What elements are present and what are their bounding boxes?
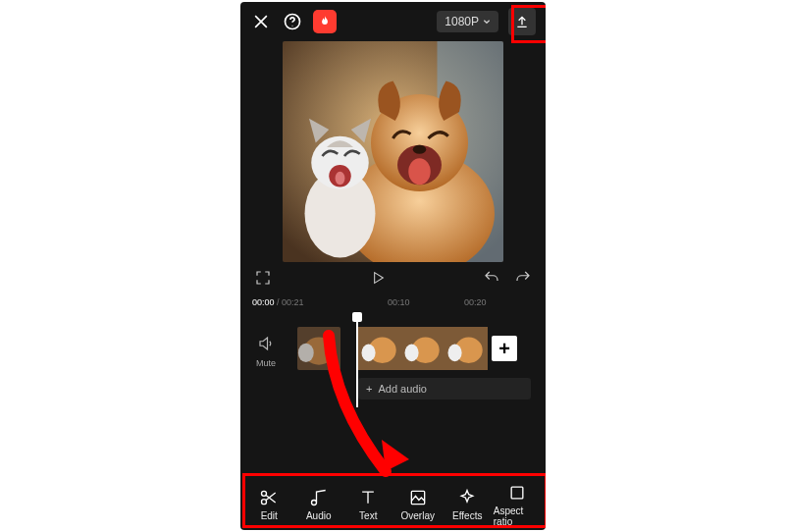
tool-aspect-ratio[interactable]: Aspect ratio (494, 483, 541, 527)
text-icon (358, 488, 378, 507)
svg-point-12 (336, 172, 345, 186)
undo-icon (483, 269, 500, 287)
fullscreen-button[interactable] (254, 269, 272, 291)
tool-label: Edit (261, 510, 278, 521)
svg-point-25 (262, 491, 267, 496)
tool-label: Aspect ratio (494, 505, 541, 527)
add-audio-button[interactable]: + Add audio (358, 378, 531, 399)
svg-rect-28 (511, 487, 523, 499)
svg-point-8 (413, 145, 427, 154)
pro-flame-icon[interactable] (313, 10, 337, 33)
tool-text[interactable]: Text (344, 488, 392, 521)
svg-point-21 (405, 345, 419, 362)
undo-button[interactable] (483, 269, 500, 291)
play-button[interactable] (370, 270, 386, 290)
tool-edit[interactable]: Edit (245, 488, 292, 521)
time-ruler[interactable]: 00:00 / 00:21 00:10 00:20 (240, 297, 546, 313)
tool-label: Effects (452, 510, 482, 521)
upload-icon (514, 14, 530, 29)
ruler-mark: 00:10 (388, 297, 410, 307)
current-time: 00:00 (252, 297, 275, 307)
total-time: / 00:21 (277, 297, 304, 307)
clip-frame (445, 327, 488, 370)
svg-point-26 (262, 500, 267, 505)
resolution-label: 1080P (445, 15, 479, 28)
video-editor-app: 1080P (240, 2, 546, 530)
help-icon[interactable] (282, 11, 303, 32)
svg-point-24 (448, 345, 462, 362)
redo-icon (514, 269, 532, 287)
clip-frame (358, 327, 401, 370)
svg-point-1 (292, 26, 293, 27)
svg-point-18 (362, 345, 376, 362)
tool-effects[interactable]: Effects (444, 488, 491, 521)
mute-label: Mute (246, 358, 286, 368)
resolution-dropdown[interactable]: 1080P (437, 11, 498, 32)
clip-frame (401, 327, 445, 370)
preview-area (240, 41, 546, 262)
preview-thumbnail (283, 41, 503, 262)
tool-label: Overlay (401, 510, 435, 521)
music-note-icon (309, 488, 329, 507)
speaker-icon (257, 335, 275, 352)
ruler-mark: 00:20 (464, 297, 487, 307)
playback-controls (240, 262, 546, 297)
add-clip-button[interactable]: + (492, 336, 517, 361)
tool-label: Audio (306, 510, 332, 521)
scissors-icon (259, 488, 279, 507)
mute-toggle[interactable]: Mute (246, 335, 286, 368)
play-icon (370, 270, 386, 286)
redo-button[interactable] (514, 269, 532, 291)
svg-point-15 (298, 344, 314, 362)
svg-point-7 (408, 158, 431, 185)
add-audio-label: Add audio (378, 383, 427, 395)
video-preview[interactable] (283, 41, 503, 262)
chevron-down-icon (483, 18, 491, 26)
timeline[interactable]: Mute + + Add audio (240, 317, 546, 411)
tool-bar: Edit Audio Text Overlay Effects Aspect r… (240, 479, 546, 530)
tool-audio[interactable]: Audio (295, 488, 342, 521)
overlay-icon (408, 488, 428, 507)
tool-label: Text (359, 510, 377, 521)
plus-icon: + (366, 383, 372, 395)
close-icon[interactable] (250, 11, 272, 32)
fullscreen-icon (254, 269, 272, 287)
sparkle-icon (457, 488, 477, 507)
export-button[interactable] (508, 8, 536, 35)
top-bar: 1080P (240, 2, 546, 41)
aspect-ratio-icon (507, 483, 527, 503)
cover-clip-thumb[interactable] (297, 327, 340, 370)
clip-strip[interactable] (358, 327, 488, 370)
tool-overlay[interactable]: Overlay (394, 488, 442, 521)
